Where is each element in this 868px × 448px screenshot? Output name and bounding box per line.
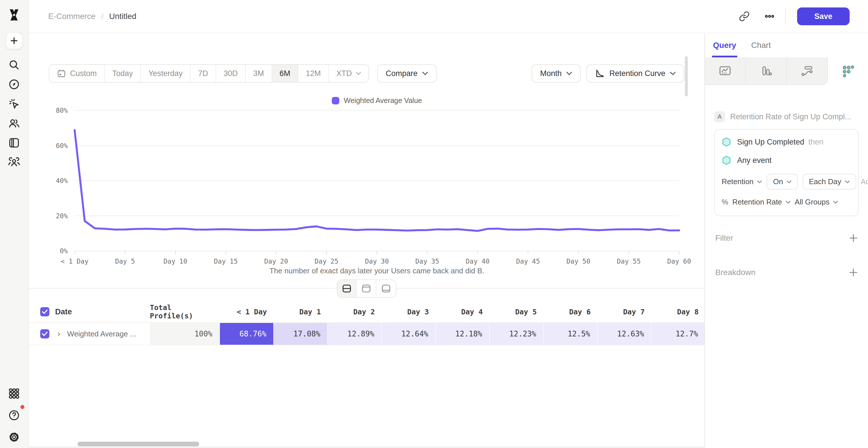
svg-text:Day 50: Day 50 — [566, 257, 590, 265]
breadcrumb-title[interactable]: Untitled — [109, 12, 136, 21]
help-icon[interactable] — [4, 406, 24, 425]
row-checkbox[interactable] — [40, 307, 50, 316]
svg-text:Day 25: Day 25 — [315, 257, 338, 265]
query-title[interactable]: Retention Rate of Sign Up Compl... — [730, 112, 851, 121]
date-range-7d[interactable]: 7D — [191, 65, 216, 82]
svg-text:Day 35: Day 35 — [415, 257, 439, 265]
event-hexagon-icon — [722, 156, 732, 165]
mixpanel-logo-icon[interactable] — [7, 7, 22, 22]
chevron-down-icon — [845, 180, 850, 183]
svg-text:40%: 40% — [56, 177, 68, 184]
retention-cell[interactable]: 100% — [150, 323, 220, 345]
settings-gear-icon[interactable] — [4, 427, 24, 447]
retention-cell[interactable]: 12.5% — [544, 323, 598, 345]
header-divider — [785, 9, 786, 24]
date-range-30d[interactable]: 30D — [216, 65, 246, 82]
section-divider — [29, 288, 704, 288]
apps-grid-icon[interactable] — [4, 384, 24, 403]
retention-cell[interactable]: 12.7% — [652, 323, 704, 345]
add-filter-button[interactable] — [849, 234, 858, 242]
chevron-down-icon — [356, 72, 361, 75]
people-group-icon[interactable] — [4, 152, 24, 172]
retention-table: DateTotal Profile(s)< 1 DayDay 1Day 2Day… — [29, 301, 704, 345]
tab-chart[interactable]: Chart — [751, 33, 771, 57]
more-options-icon[interactable] — [761, 8, 778, 25]
row-label[interactable]: Weighted Average ... — [67, 330, 136, 338]
compare-button[interactable]: Compare — [377, 64, 437, 82]
add-breakdown-button[interactable] — [849, 268, 858, 277]
breadcrumb-separator: / — [101, 12, 103, 21]
retention-cell[interactable]: 68.76% — [220, 323, 274, 345]
event-row-signup[interactable]: Sign Up Completed then — [722, 137, 851, 147]
column-header-9: Day 7 — [598, 301, 652, 322]
series-a-badge: A — [714, 111, 725, 122]
row-expand-chevron[interactable]: › — [56, 330, 61, 338]
save-button[interactable]: Save — [797, 7, 849, 25]
granularity-dropdown[interactable]: Month — [532, 64, 581, 82]
retention-type-dropdown[interactable]: Retention — [722, 177, 762, 186]
svg-text:0%: 0% — [60, 247, 68, 255]
layout-chart-only-button[interactable] — [357, 280, 376, 297]
click-cursor-icon[interactable] — [4, 94, 24, 113]
column-header-5: Day 3 — [382, 301, 436, 322]
retention-cell[interactable]: 12.64% — [382, 323, 436, 345]
chevron-down-icon — [786, 180, 792, 183]
on-dropdown[interactable]: On — [767, 174, 798, 189]
legend-swatch — [332, 97, 339, 104]
create-new-button[interactable] — [5, 32, 23, 49]
retention-chart[interactable]: 0%20%40%60%80%< 1 DayDay 5Day 10Day 15Da… — [29, 105, 704, 265]
date-range-custom[interactable]: Custom — [50, 65, 105, 82]
date-range-3m[interactable]: 3M — [246, 65, 272, 82]
date-range-6m[interactable]: 6M — [272, 65, 299, 82]
chart-type-dropdown[interactable]: Retention Curve — [586, 64, 684, 82]
breakdown-label: Breakdown — [715, 268, 755, 277]
chevron-down-icon — [757, 180, 762, 183]
svg-text:Day 55: Day 55 — [617, 257, 641, 265]
row-checkbox[interactable] — [40, 329, 50, 338]
horizontal-scrollbar-thumb[interactable] — [78, 442, 199, 446]
date-range-xtd[interactable]: XTD — [329, 65, 369, 82]
retention-cell[interactable]: 12.23% — [490, 323, 544, 345]
table-header-row: DateTotal Profile(s)< 1 DayDay 1Day 2Day… — [29, 301, 704, 323]
date-range-group: CustomTodayYesterday7D30D3M6M12MXTD — [49, 64, 369, 82]
filter-section: Filter — [714, 234, 859, 243]
notification-dot — [19, 404, 26, 410]
report-tab-flows[interactable] — [787, 57, 828, 85]
users-icon[interactable] — [4, 113, 24, 133]
chevron-down-icon — [422, 71, 428, 75]
groups-dropdown[interactable]: All Groups — [795, 198, 838, 207]
chevron-down-icon — [566, 71, 572, 75]
date-range-today[interactable]: Today — [105, 65, 141, 82]
advanced-dropdown[interactable]: Adv... — [861, 177, 868, 186]
layout-table-only-button[interactable] — [376, 280, 396, 297]
report-tab-retention[interactable] — [828, 57, 868, 85]
svg-text:60%: 60% — [56, 142, 68, 149]
search-icon[interactable] — [4, 55, 24, 75]
plus-icon — [10, 37, 18, 45]
retention-cell[interactable]: 12.63% — [598, 323, 652, 345]
measure-dropdown[interactable]: Retention Rate — [732, 198, 790, 207]
event-hexagon-icon — [722, 137, 732, 147]
chart-legend[interactable]: Weighted Average Value — [74, 96, 679, 105]
retention-cell[interactable]: 17.08% — [274, 323, 328, 345]
compass-icon[interactable] — [4, 75, 24, 94]
report-tab-insights[interactable] — [705, 57, 746, 85]
copy-link-icon[interactable] — [736, 8, 753, 25]
column-header-3: Day 1 — [274, 301, 328, 322]
event-row-any-event[interactable]: Any event — [722, 156, 851, 165]
svg-text:Day 20: Day 20 — [264, 257, 288, 265]
column-header-1: Total Profile(s) — [150, 301, 220, 322]
report-tab-funnels[interactable] — [746, 57, 787, 85]
x-axis-title: The number of exact days later your User… — [74, 267, 679, 275]
query-builder: A Retention Rate of Sign Up Compl... Sig… — [705, 111, 868, 277]
date-range-yesterday[interactable]: Yesterday — [141, 65, 191, 82]
retention-cell[interactable]: 12.18% — [436, 323, 490, 345]
date-range-12m[interactable]: 12M — [298, 65, 329, 82]
layout-split-view-button[interactable] — [337, 280, 357, 297]
tab-query[interactable]: Query — [713, 33, 736, 57]
breadcrumb-project[interactable]: E-Commerce — [48, 12, 96, 21]
vertical-scrollbar-thumb[interactable] — [685, 56, 688, 96]
retention-cell[interactable]: 12.89% — [328, 323, 382, 345]
each-day-dropdown[interactable]: Each Day — [803, 174, 856, 189]
notebook-icon[interactable] — [4, 133, 24, 152]
